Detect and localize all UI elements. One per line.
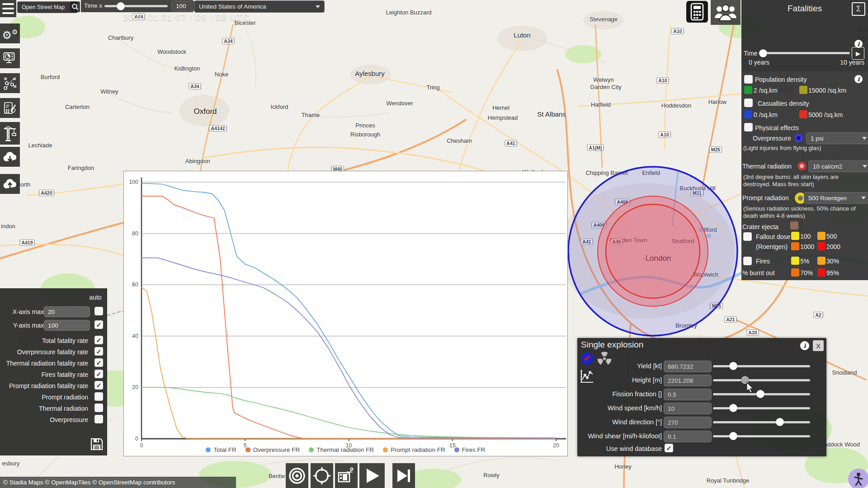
legend-swatch-label: 100 [800, 233, 811, 240]
legend-dot [245, 447, 250, 452]
axis-checkbox[interactable] [94, 307, 103, 315]
explosion-info-icon[interactable]: i [800, 341, 809, 350]
time-multiplier-value[interactable]: 100 [172, 1, 196, 11]
sidebar-item-construction[interactable] [0, 122, 20, 145]
explosion-row-label: Height [m] [549, 376, 662, 384]
explosion-row-slider[interactable] [713, 403, 810, 413]
legend-item[interactable]: Prompt radiation FR [383, 446, 445, 453]
slider-thumb[interactable] [756, 390, 764, 398]
time-slider-thumb[interactable] [759, 49, 767, 57]
legend-item[interactable]: Total FR [206, 446, 236, 453]
slider-thumb[interactable] [729, 404, 737, 412]
population-density-checkbox[interactable] [744, 75, 753, 84]
explosion-row-slider[interactable] [713, 375, 810, 385]
axis-input[interactable]: 20 [44, 306, 90, 317]
axis-checkbox[interactable]: ✓ [94, 370, 103, 378]
explosion-row-slider[interactable] [713, 361, 810, 371]
explosion-row-input[interactable]: 0.5 [664, 389, 712, 400]
axis-row-label: Y-axis max [2, 321, 44, 330]
prompt-select[interactable]: 500 Roentgen [804, 192, 868, 204]
axis-input[interactable]: 100 [44, 320, 90, 331]
legend-item[interactable]: Thermal radiation FR [309, 446, 374, 453]
axis-checkbox[interactable] [94, 392, 103, 401]
sidebar-item-report[interactable] [0, 98, 20, 118]
axis-checkbox[interactable]: ✓ [94, 320, 103, 329]
slider-thumb[interactable] [729, 362, 737, 370]
thermal-label: Thermal radiation [742, 163, 792, 170]
explosion-row-input[interactable]: 10 [664, 403, 712, 414]
chevron-down-icon [316, 5, 320, 8]
time-play-button[interactable]: ▶ [852, 47, 864, 60]
map-town-label: Horley [614, 463, 632, 470]
play-button[interactable] [359, 463, 385, 488]
calculator-button[interactable] [686, 1, 708, 23]
explosion-row-slider[interactable] [713, 389, 810, 399]
people-icon [712, 3, 739, 23]
axis-checkbox[interactable]: ✓ [94, 381, 103, 389]
road-badge: A10 [671, 28, 684, 34]
time-slider[interactable] [760, 47, 850, 59]
time-max-label: 10 years [840, 59, 864, 66]
axis-checkbox[interactable]: ✓ [94, 358, 103, 367]
menu-button[interactable] [0, 0, 16, 17]
axis-checkbox[interactable]: ✓ [94, 336, 103, 344]
sigma-button[interactable]: Σ [852, 2, 865, 16]
sidebar-item-upload[interactable] [0, 174, 20, 194]
play-icon: ▶ [856, 50, 860, 57]
slider-thumb[interactable] [776, 418, 784, 426]
sidebar-item-download[interactable] [0, 147, 20, 167]
axis-checkbox[interactable]: ✓ [94, 347, 103, 356]
axis-checkbox[interactable] [94, 404, 103, 412]
y-tick-label: 20 [132, 384, 138, 390]
save-chart-button[interactable] [90, 437, 104, 451]
population-button[interactable] [711, 0, 741, 25]
wind-db-checkbox[interactable]: ✓ [665, 444, 673, 452]
legend-item[interactable]: Overpressure FR [245, 446, 300, 453]
city-marker-icon: ★ [642, 255, 646, 261]
close-button[interactable]: X [813, 340, 824, 351]
road-badge: A2 [813, 312, 823, 318]
population-density-label: Population density [755, 76, 807, 83]
sidebar-item-settings[interactable]: ⚙⚙ [0, 23, 20, 43]
record-button[interactable] [286, 463, 308, 488]
legend-swatch [791, 268, 799, 277]
axis-row-label: Overpressure [0, 416, 88, 424]
explosion-row-input[interactable]: 0.1 [664, 431, 712, 442]
axis-row-label: X-axis max [2, 308, 44, 316]
search-button[interactable] [70, 1, 80, 12]
explosion-row-input[interactable]: 680.7232 [664, 361, 712, 372]
population-density-info-icon[interactable]: i [854, 75, 863, 83]
person-icon [853, 472, 864, 486]
accessibility-button[interactable] [848, 469, 868, 488]
time-multiplier-slider-thumb[interactable] [117, 2, 125, 10]
chevron-down-icon [863, 165, 867, 168]
map-town-label: Hemel [492, 104, 509, 111]
axis-checkbox[interactable] [94, 415, 103, 423]
road-badge: A34 [189, 83, 201, 89]
physical-effects-checkbox[interactable] [744, 123, 753, 131]
explosion-row-input[interactable]: 2201.208 [664, 375, 712, 386]
legend-swatch [791, 242, 799, 250]
overpressure-select[interactable]: 1 psi [806, 132, 868, 144]
country-select[interactable]: United States of America [194, 0, 325, 13]
fallout-checkbox[interactable] [743, 232, 752, 241]
casualties-density-checkbox[interactable] [744, 99, 753, 107]
map-town-label: Rowly [483, 472, 499, 479]
fallout-label: Fallout dose [756, 233, 790, 240]
map-style-select[interactable]: Open Street Map [17, 1, 78, 13]
svg-text:✕: ✕ [13, 76, 16, 81]
sidebar-item-dashboard[interactable] [0, 48, 20, 68]
legend-item[interactable]: Fires FR [454, 446, 486, 453]
explosion-row-slider[interactable] [713, 417, 810, 427]
time-multiplier-slider[interactable] [104, 0, 168, 12]
sidebar-item-scenario[interactable]: ✕✕✕ [0, 73, 20, 93]
target-button[interactable] [311, 463, 333, 488]
slider-thumb[interactable] [729, 432, 737, 440]
fires-checkbox[interactable] [743, 257, 752, 265]
skip-end-button[interactable] [392, 463, 415, 488]
explosion-row-slider[interactable] [713, 431, 810, 441]
overpressure-label: Overpressure [753, 135, 791, 142]
explosion-row-input[interactable]: 270 [664, 417, 712, 428]
clip-button[interactable]: ✂ [335, 463, 358, 488]
thermal-select[interactable]: 10 cal/cm2 [808, 160, 868, 172]
